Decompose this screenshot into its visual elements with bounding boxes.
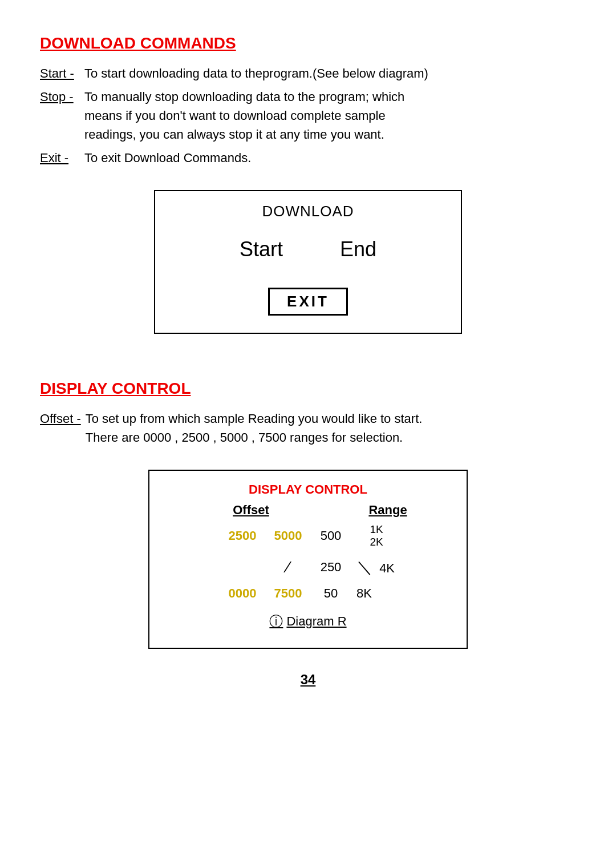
slash-icon: ∕: [287, 558, 290, 576]
start-button-label[interactable]: Start: [240, 237, 283, 261]
diagram-footer: ⓘ Diagram R: [167, 612, 449, 631]
diagram-row-3: 0000 7500 50 8K: [167, 586, 449, 601]
offset-header: Offset: [233, 503, 269, 517]
display-control-diagram: DISPLAY CONTROL Offset Range 2500 5000 5…: [148, 470, 468, 649]
range-50: 50: [324, 586, 338, 600]
diagram-row-1: 2500 5000 500 1K 2K: [167, 523, 449, 548]
exit-box[interactable]: EXIT: [268, 288, 348, 316]
command-offset-desc: To set up from which sample Reading you …: [86, 409, 423, 447]
range-2k: 2K: [356, 536, 396, 548]
range-500: 500: [321, 528, 342, 543]
command-exit-term: Exit -: [40, 148, 80, 167]
command-start-term: Start -: [40, 64, 80, 83]
val-5000: 5000: [274, 528, 302, 543]
command-offset-term: Offset -: [40, 409, 81, 447]
range-8k: 8K: [356, 586, 372, 600]
range-1k: 1K: [356, 523, 396, 536]
commands-list: Start - To start downloading data to the…: [40, 64, 576, 167]
command-stop-term: Stop -: [40, 87, 80, 144]
command-offset-line2: There are 0000 , 2500 , 5000 , 7500 rang…: [86, 428, 423, 447]
offset-0000: 0000: [229, 586, 257, 600]
download-box: DOWNLOAD Start End EXIT: [154, 190, 462, 334]
command-start-desc: To start downloading data to theprogram.…: [84, 64, 428, 83]
offset-2500: 2500: [229, 528, 257, 543]
end-button-label[interactable]: End: [340, 237, 376, 261]
download-box-title: DOWNLOAD: [172, 203, 444, 220]
page-number: 34: [40, 672, 576, 688]
command-exit-desc: To exit Download Commands.: [84, 148, 251, 167]
command-stop: Stop - To manually stop downloading data…: [40, 87, 576, 144]
val-7500: 7500: [274, 586, 302, 600]
backslash-icon: ＼: [356, 558, 372, 576]
command-stop-desc: To manually stop downloading data to the…: [84, 87, 404, 144]
download-buttons-row: Start End: [172, 237, 444, 261]
download-commands-title: DOWNLOAD COMMANDS: [40, 34, 576, 53]
command-start: Start - To start downloading data to the…: [40, 64, 576, 83]
download-commands-section: DOWNLOAD COMMANDS Start - To start downl…: [40, 34, 576, 167]
command-offset: Offset - To set up from which sample Rea…: [40, 409, 576, 447]
diagram-row-2: ∕ 250 ＼ 4K: [167, 556, 449, 578]
range-4k: 4K: [379, 561, 395, 575]
range-250: 250: [321, 560, 342, 574]
display-control-section: DISPLAY CONTROL Offset - To set up from …: [40, 380, 576, 649]
display-commands-list: Offset - To set up from which sample Rea…: [40, 409, 576, 447]
display-control-title: DISPLAY CONTROL: [40, 380, 576, 398]
diagram-label: Diagram R: [286, 614, 346, 629]
command-stop-line1: To manually stop downloading data to the…: [84, 87, 404, 106]
command-exit: Exit - To exit Download Commands.: [40, 148, 576, 167]
diagram-title: DISPLAY CONTROL: [167, 482, 449, 497]
info-icon: ⓘ: [269, 612, 283, 631]
download-diagram-section: DOWNLOAD Start End EXIT: [40, 190, 576, 351]
command-stop-line3: readings, you can always stop it at any …: [84, 125, 404, 144]
exit-label: EXIT: [287, 293, 329, 310]
range-header: Range: [368, 503, 407, 517]
command-stop-line2: means if you don't want to download comp…: [84, 106, 404, 125]
command-offset-line1: To set up from which sample Reading you …: [86, 409, 423, 428]
